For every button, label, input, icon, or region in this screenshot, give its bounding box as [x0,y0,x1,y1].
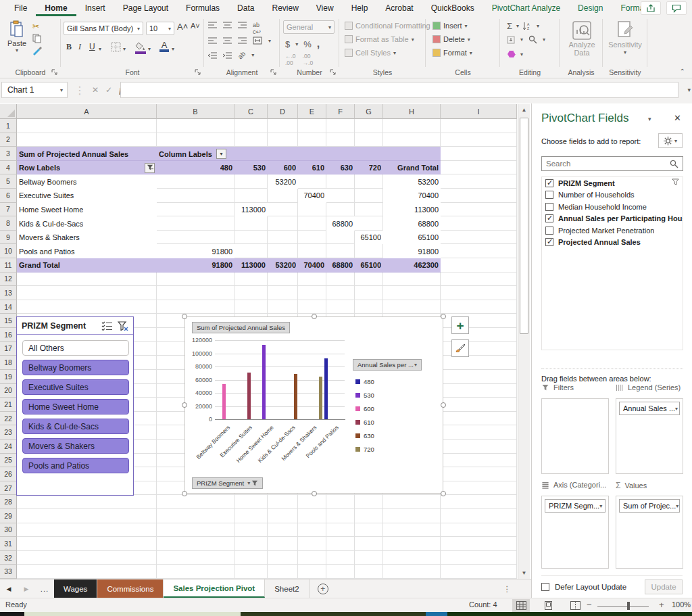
row-header-20[interactable]: 20 [0,384,17,398]
slicer-item-kids-cul-de-sacs[interactable]: Kids & Cul-de-Sacs [22,419,129,434]
row-header-7[interactable]: 7 [0,203,17,217]
slicer-item-all-others[interactable]: All Others [22,340,129,356]
pivot-cell[interactable]: 91800 [157,244,234,258]
fill-caret[interactable]: ▾ [520,37,523,43]
align-bottom-icon[interactable] [238,22,247,28]
tab-file[interactable]: File [5,0,36,16]
align-top-icon[interactable] [208,22,217,28]
pane-options-caret[interactable]: ▾ [648,116,651,122]
pivot-cell[interactable]: 68800 [326,258,355,273]
zoom-percentage[interactable]: 100% [672,600,691,609]
update-button[interactable]: Update [645,579,683,594]
zoom-out-button[interactable]: − [587,600,592,610]
field-item-prizm-segment[interactable]: PRIZM Segment [542,177,683,189]
grow-font-button[interactable]: A˄ [177,22,188,32]
pivot-cell[interactable]: 70400 [383,189,441,203]
pivot-cell[interactable]: 91800 [157,258,234,273]
multi-select-icon[interactable] [101,321,113,331]
area-box-axis[interactable]: PRIZM Segm...▾ [541,496,609,569]
format-painter-button[interactable] [32,46,43,58]
pivot-cell[interactable]: Pools and Patios [17,244,157,258]
pivot-cell[interactable]: 113000 [234,258,268,273]
pivot-cell[interactable]: 480 [157,161,234,175]
pivot-cell[interactable]: 53200 [268,258,298,273]
number-dialog-launcher[interactable] [330,69,337,76]
font-name-select[interactable]: Gill Sans MT (Body)▾ [64,22,143,35]
chart-selection-handle[interactable] [182,314,187,319]
area-box-legend[interactable]: Annual Sales ...▾ [616,398,683,474]
pivot-cell[interactable]: Kids & Cul-de-Sacs [17,216,157,231]
number-format-select[interactable]: General▾ [283,20,335,34]
align-middle-icon[interactable] [223,22,232,28]
decrease-indent-icon[interactable] [208,52,217,59]
defer-layout-checkbox[interactable] [541,583,549,591]
field-filter-icon[interactable] [672,179,679,187]
slicer-item-home-sweet-home[interactable]: Home Sweet Home [22,399,129,414]
pivot-cell[interactable]: 70400 [298,258,326,273]
analyze-data-button[interactable]: Analyze Data [566,20,597,57]
name-box[interactable]: Chart 1 ▾ [1,82,68,98]
tab-view[interactable]: View [307,0,343,16]
font-color-caret[interactable]: ▾ [172,46,174,52]
row-header-8[interactable]: 8 [0,216,17,231]
field-checkbox[interactable] [545,203,553,211]
chart-elements-button[interactable]: + [451,316,469,334]
sheet-tab-wages[interactable]: Wages [54,579,97,598]
chart-selection-handle[interactable] [441,314,446,319]
tab-formulas[interactable]: Formulas [177,0,228,16]
pivot-cell[interactable]: Movers & Shakers [17,231,157,245]
page-layout-view-button[interactable] [539,599,557,612]
comments-button[interactable] [666,1,687,15]
area-pill-prizm-segm[interactable]: PRIZM Segm...▾ [545,499,606,513]
zoom-in-button[interactable]: + [659,600,664,610]
clear-filter-icon[interactable] [118,321,128,331]
area-box-filters[interactable] [541,398,609,474]
chart-selection-handle[interactable] [312,491,317,496]
fill-color-caret[interactable]: ▾ [148,46,151,52]
chart-selection-handle[interactable] [312,314,317,319]
field-item-number-of-households[interactable]: Number of Households [542,189,683,202]
percent-style-button[interactable]: % [303,39,312,49]
prizm-segment-slicer[interactable]: PRIZM Segment All OthersBeltway BoomersE… [16,316,134,496]
chart-selection-handle[interactable] [441,491,446,496]
shrink-font-button[interactable]: A˅ [191,22,200,30]
field-checkbox[interactable] [545,227,553,235]
scrollbar-thumb[interactable] [520,118,528,334]
tab-help[interactable]: Help [343,0,377,16]
row-header-24[interactable]: 24 [0,440,17,454]
pivot-cell[interactable]: 630 [326,161,355,175]
select-all-corner[interactable] [0,104,17,119]
clear-caret[interactable]: ▾ [520,51,523,57]
tab-acrobat[interactable]: Acrobat [376,0,422,16]
normal-view-button[interactable] [512,599,530,612]
copy-button[interactable] [32,34,42,45]
zoom-slider-track[interactable] [597,606,649,607]
tab-design[interactable]: Design [569,0,612,16]
row-header-30[interactable]: 30 [0,523,17,538]
row-header-21[interactable]: 21 [0,398,17,412]
cells-button-insert[interactable]: Insert▾ [432,22,468,30]
find-caret[interactable]: ▾ [543,37,545,43]
pivot-cell[interactable]: 53200 [268,174,298,189]
column-header-A[interactable]: A [17,104,157,119]
pivot-cell[interactable]: 610 [298,161,326,175]
row-header-4[interactable]: 4 [0,161,17,175]
formula-divider[interactable]: ⋮ [74,84,85,97]
font-dialog-launcher[interactable] [195,69,201,76]
row-header-33[interactable]: 33 [0,565,17,579]
row-header-18[interactable]: 18 [0,356,17,370]
pivot-cell[interactable]: 720 [355,161,383,175]
scroll-down-arrow[interactable]: ▼ [518,567,530,579]
alignment-dialog-launcher[interactable] [270,69,277,76]
pivot-cell[interactable]: 68800 [383,216,441,231]
sort-filter-caret[interactable]: ▾ [537,23,539,29]
cut-button[interactable]: ✂ [32,22,39,31]
align-center-icon[interactable] [223,37,232,44]
chart-styles-button[interactable] [451,339,469,357]
underline-button[interactable]: U [89,42,95,51]
pivot-cell[interactable]: 65100 [355,258,383,273]
tab-review[interactable]: Review [263,0,307,16]
pivot-cell[interactable]: Home Sweet Home [17,203,157,217]
tools-button[interactable]: ▾ [658,133,683,148]
slicer-item-executive-suites[interactable]: Executive Suites [22,379,129,395]
